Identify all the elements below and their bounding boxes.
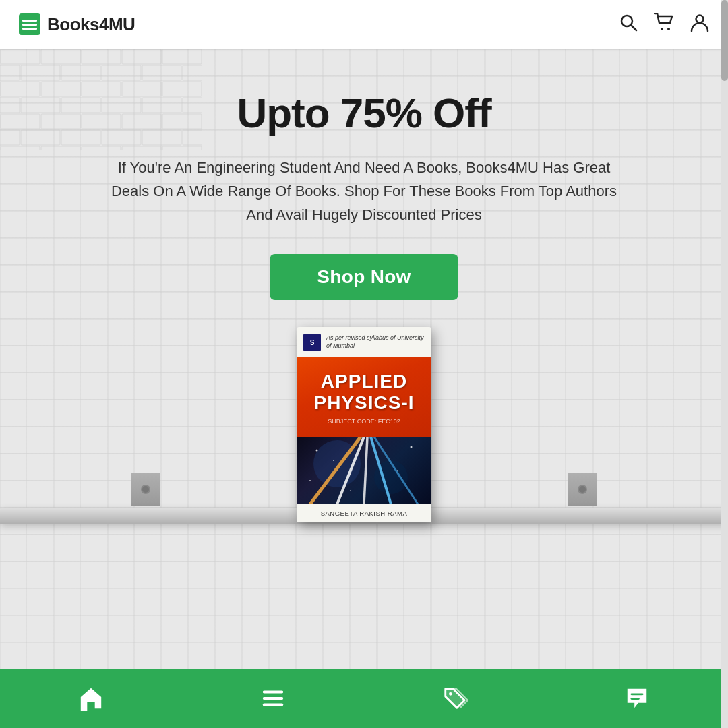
svg-point-7 [667, 28, 670, 30]
book-publisher-tagline: As per revised syllabus of University of… [326, 334, 425, 350]
svg-point-25 [333, 460, 334, 461]
svg-rect-3 [22, 28, 37, 30]
bracket-hole-left [141, 485, 150, 494]
svg-rect-30 [263, 691, 283, 694]
search-icon[interactable] [619, 13, 638, 36]
svg-point-27 [397, 470, 398, 471]
svg-point-28 [309, 480, 311, 481]
svg-rect-34 [631, 693, 644, 695]
svg-rect-32 [263, 704, 283, 706]
nav-item-home[interactable] [78, 686, 104, 711]
bottom-nav [0, 669, 728, 728]
nav-item-chat[interactable] [624, 686, 650, 711]
svg-line-5 [632, 25, 637, 30]
logo-text: Books4MU [47, 14, 135, 35]
svg-rect-35 [631, 698, 640, 700]
svg-point-26 [411, 446, 413, 448]
home-icon [78, 686, 104, 711]
book-bottom-image [297, 437, 431, 504]
scrollbar-thumb[interactable] [721, 0, 728, 81]
svg-text:S: S [310, 339, 315, 346]
svg-point-33 [449, 692, 452, 696]
nav-item-tags[interactable] [442, 686, 468, 711]
book-title: APPLIED PHYSICS-I [305, 371, 423, 414]
svg-rect-1 [22, 20, 37, 22]
hero-content: Upto 75% Off If You're An Engineering St… [0, 49, 728, 300]
hero-subtitle: If You're An Engineering Student And Nee… [88, 156, 640, 227]
list-icon [260, 686, 286, 711]
shelf-container: S As per revised syllabus of University … [0, 327, 728, 522]
svg-point-8 [696, 15, 704, 22]
scrollbar[interactable] [721, 0, 728, 728]
svg-line-21 [364, 437, 367, 504]
nav-item-menu[interactable] [260, 686, 286, 711]
hero-section: Upto 75% Off If You're An Engineering St… [0, 49, 728, 669]
logo-area: Books4MU [19, 13, 135, 35]
shelf-bracket-left [131, 473, 160, 506]
shelf-bracket-right [568, 473, 597, 506]
shop-now-button[interactable]: Shop Now [270, 254, 458, 300]
svg-rect-2 [22, 24, 37, 26]
tag-icon [442, 686, 468, 711]
book-cover[interactable]: S As per revised syllabus of University … [297, 327, 431, 522]
book-author-band: SANGEETA RAKISH RAMA [297, 504, 431, 522]
book-subject-code: SUBJECT CODE: FEC102 [328, 418, 400, 425]
cart-icon[interactable] [654, 13, 674, 36]
book-publisher-logo: S [303, 334, 321, 351]
svg-point-29 [350, 490, 351, 491]
book-main-section: APPLIED PHYSICS-I SUBJECT CODE: FEC102 [297, 357, 431, 437]
user-icon[interactable] [690, 13, 709, 36]
logo-icon [19, 13, 40, 35]
hero-title: Upto 75% Off [237, 89, 491, 137]
chat-icon [624, 686, 650, 711]
svg-point-4 [621, 16, 632, 26]
book-top-band: S As per revised syllabus of University … [297, 327, 431, 357]
svg-point-6 [661, 28, 663, 30]
book-author: SANGEETA RAKISH RAMA [303, 510, 425, 517]
svg-rect-31 [263, 697, 283, 700]
svg-point-24 [316, 449, 318, 451]
header: Books4MU [0, 0, 728, 49]
header-icons [619, 13, 709, 36]
bracket-hole-right [578, 485, 587, 494]
